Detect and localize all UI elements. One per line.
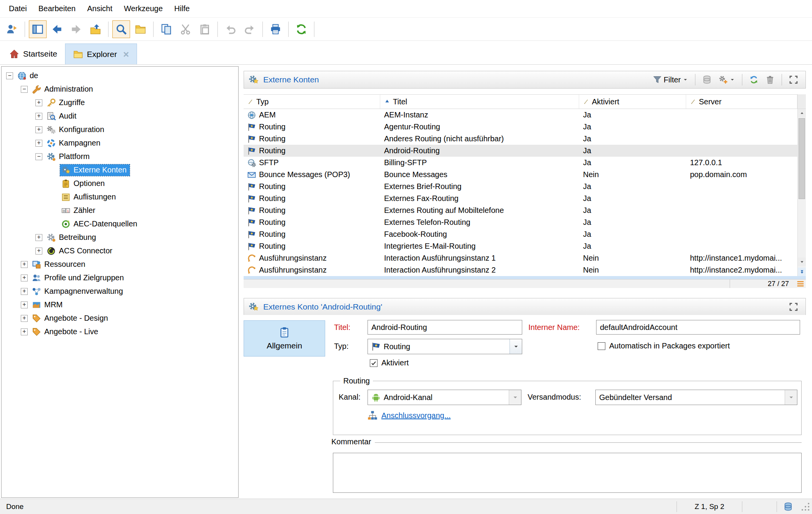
tree-row[interactable]: +Zugriffe	[2, 96, 238, 109]
tree-item-plattform[interactable]: Plattform	[45, 151, 93, 162]
copy-button[interactable]	[157, 20, 175, 38]
tree-row[interactable]: +Ressourcen	[2, 258, 238, 271]
menu-bearbeiten[interactable]: Bearbeiten	[33, 0, 82, 17]
search-button[interactable]	[112, 20, 130, 38]
tree-row[interactable]: −Administration	[2, 82, 238, 96]
expand-node-icon[interactable]: +	[21, 301, 28, 308]
tab-allgemein[interactable]: Allgemein	[244, 320, 325, 357]
expand-node-icon[interactable]: +	[21, 288, 28, 295]
refresh-button[interactable]	[292, 20, 310, 38]
column-header-titel[interactable]: Titel	[380, 95, 579, 109]
collapse-icon[interactable]: −	[6, 72, 13, 79]
account-row-agentur-routing[interactable]: RoutingAgentur-RoutingJa	[244, 121, 797, 133]
tree-item-angebote-design[interactable]: Angebote - Design	[31, 313, 111, 324]
open-folder-button[interactable]	[132, 20, 149, 38]
tree-item-mrm[interactable]: MRM	[31, 299, 66, 311]
menu-datei[interactable]: Datei	[3, 0, 33, 17]
tree-row[interactable]: +Profile und Zielgruppen	[2, 271, 238, 285]
tree-row[interactable]: 01Zähler	[2, 204, 238, 217]
tree-item-betreibung[interactable]: Betreibung	[45, 232, 99, 243]
vertical-scrollbar[interactable]	[797, 109, 806, 276]
account-row-interaction-ausführungsinstanz-2[interactable]: AusführungsinstanzInteraction Ausführung…	[244, 264, 797, 276]
tree-item-konfiguration[interactable]: Konfiguration	[45, 124, 107, 136]
tree-item-de[interactable]: de	[16, 70, 41, 82]
typ-select[interactable]: Routing	[368, 339, 522, 354]
explorer-panel-button[interactable]	[29, 20, 47, 38]
tree-item-kampagnen[interactable]: Kampagnen	[45, 137, 104, 149]
tree-item-zähler[interactable]: 01Zähler	[60, 205, 99, 216]
tab-startseite[interactable]: Startseite	[2, 44, 65, 64]
filter-button[interactable]: Filter	[650, 73, 691, 86]
resize-grip[interactable]	[800, 502, 810, 512]
back-arrow-button[interactable]	[48, 20, 66, 38]
tree-item-kampagnenverwaltung[interactable]: Kampagnenverwaltung	[31, 286, 126, 297]
configure-list-button[interactable]	[716, 73, 738, 86]
scrollbar-thumb[interactable]	[799, 118, 805, 199]
tree-row[interactable]: +MRM	[2, 298, 238, 311]
tree-item-administration[interactable]: Administration	[31, 84, 96, 95]
expand-node-icon[interactable]: +	[35, 99, 42, 106]
tree-item-audit[interactable]: Audit	[45, 111, 80, 122]
scroll-down-button[interactable]	[798, 258, 806, 266]
tree-item-acs-connector[interactable]: ACS Connector	[45, 245, 115, 257]
refresh-list-button[interactable]	[747, 73, 761, 86]
tree-item-angebote-live[interactable]: Angebote - Live	[31, 326, 101, 338]
account-row-externes-brief-routing[interactable]: RoutingExternes Brief-RoutingJa	[244, 181, 797, 193]
collapse-icon[interactable]: −	[21, 86, 28, 93]
tree-row[interactable]: +Betreibung	[2, 231, 238, 244]
tree-item-externe-konten[interactable]: Externe Konten	[60, 164, 130, 176]
tree-item-optionen[interactable]: Optionen	[60, 178, 108, 189]
tree-row[interactable]: −Plattform	[2, 150, 238, 163]
collapse-icon[interactable]: −	[35, 153, 42, 160]
menu-hilfe[interactable]: Hilfe	[169, 0, 195, 17]
user-add-button[interactable]	[3, 20, 21, 38]
tab-explorer[interactable]: Explorer×	[65, 44, 137, 64]
tree-row[interactable]: +Konfiguration	[2, 123, 238, 136]
account-row-aem-instanz[interactable]: AEMAEM-InstanzJa	[244, 109, 797, 121]
account-row-integriertes-e-mail-routing[interactable]: RoutingIntegriertes E-Mail-RoutingJa	[244, 240, 797, 252]
account-row-bounce-messages[interactable]: Bounce Messages (POP3)Bounce MessagesNei…	[244, 169, 797, 181]
account-row-interaction-ausführungsinstanz-1[interactable]: AusführungsinstanzInteraction Ausführung…	[244, 252, 797, 264]
close-icon[interactable]: ×	[123, 49, 129, 59]
tree-item-zugriffe[interactable]: Zugriffe	[45, 97, 88, 109]
menu-werkzeuge[interactable]: Werkzeuge	[118, 0, 169, 17]
column-header-typ[interactable]: Typ	[244, 95, 380, 109]
tree-row[interactable]: +Kampagnen	[2, 136, 238, 150]
expand-node-icon[interactable]: +	[21, 315, 28, 322]
expand-node-icon[interactable]: +	[35, 248, 42, 254]
column-header-server[interactable]: Server	[686, 95, 797, 109]
aktiviert-checkbox[interactable]: Aktiviert	[370, 358, 409, 367]
account-row-externes-routing-auf-mobiltelefone[interactable]: RoutingExternes Routing auf Mobiltelefon…	[244, 204, 797, 216]
account-row-android-routing[interactable]: RoutingAndroid-RoutingJa	[244, 145, 797, 157]
typ-select-chevron[interactable]	[510, 339, 522, 354]
expand-node-icon[interactable]: +	[21, 328, 28, 335]
expand-node-icon[interactable]: +	[35, 113, 42, 120]
tree-row[interactable]: Auflistungen	[2, 190, 238, 204]
kommentar-input[interactable]	[333, 453, 802, 493]
versandmodus-select[interactable]: Gebündelter Versand	[595, 390, 797, 405]
expand-node-icon[interactable]: +	[35, 140, 42, 147]
interner-name-input[interactable]	[596, 320, 800, 335]
tree-item-aec-datenquellen[interactable]: AEC-Datenquellen	[60, 218, 140, 230]
tree-item-ressourcen[interactable]: Ressourcen	[31, 259, 89, 270]
tree-row[interactable]: +Angebote - Live	[2, 325, 238, 338]
tree-item-auflistungen[interactable]: Auflistungen	[60, 191, 119, 203]
account-row-anderes-routing-nicht-ausführbar[interactable]: RoutingAnderes Routing (nicht ausführbar…	[244, 133, 797, 145]
anschlussvorgang-link[interactable]: Anschlussvorgang...	[381, 411, 451, 420]
account-row-externes-fax-routing[interactable]: RoutingExternes Fax-RoutingJa	[244, 193, 797, 204]
tree-row[interactable]: Optionen	[2, 177, 238, 190]
expand-node-icon[interactable]: +	[35, 234, 42, 241]
account-row-externes-telefon-routing[interactable]: RoutingExternes Telefon-RoutingJa	[244, 216, 797, 228]
kanal-select[interactable]: Android-Kanal	[368, 390, 521, 405]
scroll-up-button[interactable]	[798, 109, 806, 117]
print-button[interactable]	[267, 20, 284, 38]
tree-row[interactable]: +Kampagnenverwaltung	[2, 285, 238, 298]
export-checkbox[interactable]: Automatisch in Packages exportiert	[598, 342, 730, 350]
account-row-facebook-routing[interactable]: RoutingFacebook-RoutingJa	[244, 228, 797, 240]
expand-node-icon[interactable]: +	[35, 126, 42, 133]
tree-row[interactable]: −de	[2, 69, 238, 82]
fullscreen-button[interactable]	[786, 300, 801, 313]
expand-node-icon[interactable]: +	[21, 261, 28, 268]
tree-row[interactable]: AEC-Datenquellen	[2, 217, 238, 231]
tree-item-profile-und-zielgruppen[interactable]: Profile und Zielgruppen	[31, 272, 127, 284]
